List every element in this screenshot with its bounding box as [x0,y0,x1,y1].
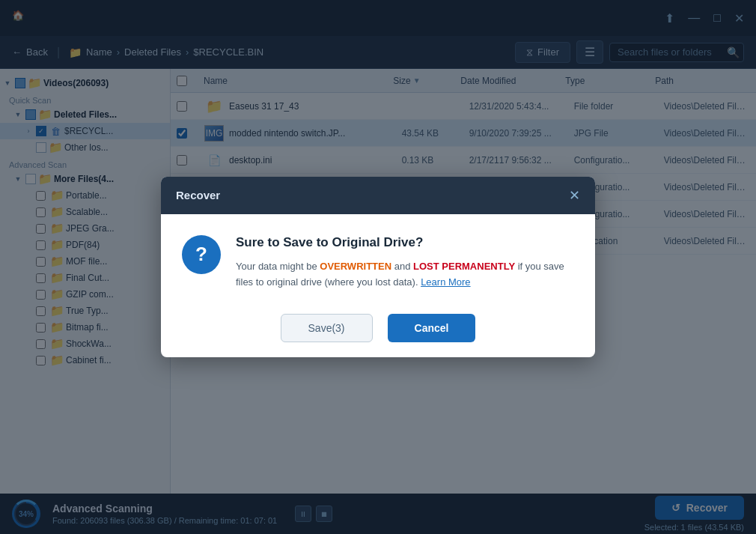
modal-heading: Sure to Save to Original Drive? [236,235,574,250]
modal-close-button[interactable]: ✕ [569,187,580,204]
modal-text-part1: Your data might be [236,261,320,272]
modal-cancel-button[interactable]: Cancel [388,314,476,342]
recover-modal: Recover ✕ ? Sure to Save to Original Dri… [161,177,595,358]
modal-content: Sure to Save to Original Drive? Your dat… [236,235,574,291]
modal-overlay: Recover ✕ ? Sure to Save to Original Dri… [0,0,756,534]
modal-text: Your data might be OVERWRITTEN and LOST … [236,259,574,291]
overwritten-text: OVERWRITTEN [320,261,391,272]
modal-header: Recover ✕ [161,177,595,214]
modal-footer: Save(3) Cancel [161,305,595,357]
modal-text-part2: and [391,261,413,272]
modal-save-button[interactable]: Save(3) [281,314,373,342]
learn-more-link[interactable]: Learn More [421,276,470,288]
modal-body: ? Sure to Save to Original Drive? Your d… [161,214,595,306]
modal-question-icon: ? [182,235,221,274]
lost-text: LOST PERMANENTLY [413,261,515,272]
modal-title: Recover [176,189,220,201]
